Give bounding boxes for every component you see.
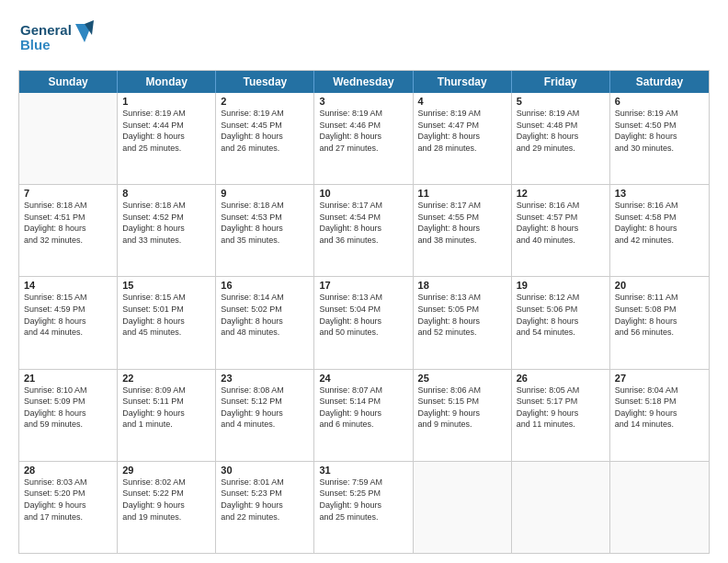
logo: General Blue — [18, 17, 101, 61]
empty-cell — [414, 462, 512, 553]
day-number: 1 — [122, 96, 210, 107]
day-info: Sunrise: 8:07 AM Sunset: 5:14 PM Dayligh… — [319, 385, 407, 431]
calendar-week-5: 28Sunrise: 8:03 AM Sunset: 5:20 PM Dayli… — [19, 462, 709, 553]
day-number: 4 — [418, 96, 506, 107]
calendar-day-5: 5Sunrise: 8:19 AM Sunset: 4:48 PM Daylig… — [512, 93, 610, 184]
day-header-thursday: Thursday — [414, 71, 512, 93]
day-number: 25 — [418, 373, 506, 384]
day-number: 17 — [319, 280, 407, 291]
calendar-day-20: 20Sunrise: 8:11 AM Sunset: 5:08 PM Dayli… — [610, 277, 709, 368]
calendar-day-8: 8Sunrise: 8:18 AM Sunset: 4:52 PM Daylig… — [118, 185, 216, 276]
calendar-day-22: 22Sunrise: 8:09 AM Sunset: 5:11 PM Dayli… — [118, 370, 216, 461]
calendar-day-24: 24Sunrise: 8:07 AM Sunset: 5:14 PM Dayli… — [314, 370, 413, 461]
empty-cell — [19, 93, 118, 184]
day-number: 31 — [319, 465, 407, 476]
day-number: 3 — [319, 96, 407, 107]
day-info: Sunrise: 8:15 AM Sunset: 4:59 PM Dayligh… — [24, 292, 112, 338]
empty-cell — [610, 462, 709, 553]
day-header-friday: Friday — [512, 71, 610, 93]
calendar-day-14: 14Sunrise: 8:15 AM Sunset: 4:59 PM Dayli… — [19, 277, 118, 368]
calendar-day-30: 30Sunrise: 8:01 AM Sunset: 5:23 PM Dayli… — [216, 462, 314, 553]
calendar-day-6: 6Sunrise: 8:19 AM Sunset: 4:50 PM Daylig… — [610, 93, 709, 184]
day-info: Sunrise: 8:17 AM Sunset: 4:54 PM Dayligh… — [319, 200, 407, 246]
calendar-day-10: 10Sunrise: 8:17 AM Sunset: 4:54 PM Dayli… — [314, 185, 413, 276]
day-info: Sunrise: 8:18 AM Sunset: 4:52 PM Dayligh… — [122, 200, 210, 246]
calendar-day-4: 4Sunrise: 8:19 AM Sunset: 4:47 PM Daylig… — [414, 93, 512, 184]
day-info: Sunrise: 8:02 AM Sunset: 5:22 PM Dayligh… — [122, 477, 210, 523]
calendar-week-3: 14Sunrise: 8:15 AM Sunset: 4:59 PM Dayli… — [19, 277, 709, 369]
day-number: 20 — [615, 280, 704, 291]
page-header: General Blue — [18, 17, 710, 61]
day-info: Sunrise: 8:17 AM Sunset: 4:55 PM Dayligh… — [418, 200, 506, 246]
svg-text:General: General — [20, 22, 72, 38]
day-info: Sunrise: 8:10 AM Sunset: 5:09 PM Dayligh… — [24, 385, 112, 431]
day-number: 30 — [221, 465, 309, 476]
day-header-wednesday: Wednesday — [314, 71, 413, 93]
day-number: 29 — [122, 465, 210, 476]
day-info: Sunrise: 8:16 AM Sunset: 4:57 PM Dayligh… — [517, 200, 605, 246]
day-header-saturday: Saturday — [610, 71, 709, 93]
day-info: Sunrise: 8:18 AM Sunset: 4:51 PM Dayligh… — [24, 200, 112, 246]
calendar-day-19: 19Sunrise: 8:12 AM Sunset: 5:06 PM Dayli… — [512, 277, 610, 368]
day-info: Sunrise: 8:06 AM Sunset: 5:15 PM Dayligh… — [418, 385, 506, 431]
day-number: 6 — [615, 96, 704, 107]
calendar-day-25: 25Sunrise: 8:06 AM Sunset: 5:15 PM Dayli… — [414, 370, 512, 461]
day-number: 21 — [24, 373, 112, 384]
day-number: 15 — [122, 280, 210, 291]
day-info: Sunrise: 8:04 AM Sunset: 5:18 PM Dayligh… — [615, 385, 704, 431]
day-number: 23 — [221, 373, 309, 384]
calendar-day-9: 9Sunrise: 8:18 AM Sunset: 4:53 PM Daylig… — [216, 185, 314, 276]
day-info: Sunrise: 8:16 AM Sunset: 4:58 PM Dayligh… — [615, 200, 704, 246]
calendar-week-4: 21Sunrise: 8:10 AM Sunset: 5:09 PM Dayli… — [19, 370, 709, 462]
day-info: Sunrise: 8:19 AM Sunset: 4:47 PM Dayligh… — [418, 108, 506, 154]
day-number: 27 — [615, 373, 704, 384]
day-number: 26 — [517, 373, 605, 384]
day-header-tuesday: Tuesday — [216, 71, 314, 93]
day-number: 2 — [221, 96, 309, 107]
day-number: 19 — [517, 280, 605, 291]
day-number: 7 — [24, 188, 112, 199]
day-info: Sunrise: 8:19 AM Sunset: 4:46 PM Dayligh… — [319, 108, 407, 154]
day-number: 18 — [418, 280, 506, 291]
calendar-day-26: 26Sunrise: 8:05 AM Sunset: 5:17 PM Dayli… — [512, 370, 610, 461]
calendar-day-17: 17Sunrise: 8:13 AM Sunset: 5:04 PM Dayli… — [314, 277, 413, 368]
day-info: Sunrise: 8:13 AM Sunset: 5:05 PM Dayligh… — [418, 292, 506, 338]
logo-icon: General Blue — [18, 17, 101, 57]
calendar-day-13: 13Sunrise: 8:16 AM Sunset: 4:58 PM Dayli… — [610, 185, 709, 276]
calendar-day-29: 29Sunrise: 8:02 AM Sunset: 5:22 PM Dayli… — [118, 462, 216, 553]
day-number: 8 — [122, 188, 210, 199]
calendar-day-12: 12Sunrise: 8:16 AM Sunset: 4:57 PM Dayli… — [512, 185, 610, 276]
day-number: 16 — [221, 280, 309, 291]
day-number: 22 — [122, 373, 210, 384]
calendar-day-21: 21Sunrise: 8:10 AM Sunset: 5:09 PM Dayli… — [19, 370, 118, 461]
day-info: Sunrise: 8:19 AM Sunset: 4:44 PM Dayligh… — [122, 108, 210, 154]
calendar-day-7: 7Sunrise: 8:18 AM Sunset: 4:51 PM Daylig… — [19, 185, 118, 276]
day-info: Sunrise: 8:15 AM Sunset: 5:01 PM Dayligh… — [122, 292, 210, 338]
day-number: 24 — [319, 373, 407, 384]
empty-cell — [512, 462, 610, 553]
day-info: Sunrise: 8:05 AM Sunset: 5:17 PM Dayligh… — [517, 385, 605, 431]
day-info: Sunrise: 8:11 AM Sunset: 5:08 PM Dayligh… — [615, 292, 704, 338]
day-info: Sunrise: 8:03 AM Sunset: 5:20 PM Dayligh… — [24, 477, 112, 523]
day-info: Sunrise: 8:12 AM Sunset: 5:06 PM Dayligh… — [517, 292, 605, 338]
day-number: 5 — [517, 96, 605, 107]
day-info: Sunrise: 8:01 AM Sunset: 5:23 PM Dayligh… — [221, 477, 309, 523]
day-number: 28 — [24, 465, 112, 476]
calendar-day-11: 11Sunrise: 8:17 AM Sunset: 4:55 PM Dayli… — [414, 185, 512, 276]
calendar-week-1: 1Sunrise: 8:19 AM Sunset: 4:44 PM Daylig… — [19, 93, 709, 185]
day-number: 10 — [319, 188, 407, 199]
calendar-day-15: 15Sunrise: 8:15 AM Sunset: 5:01 PM Dayli… — [118, 277, 216, 368]
day-info: Sunrise: 8:19 AM Sunset: 4:50 PM Dayligh… — [615, 108, 704, 154]
day-number: 13 — [615, 188, 704, 199]
day-number: 9 — [221, 188, 309, 199]
calendar-day-27: 27Sunrise: 8:04 AM Sunset: 5:18 PM Dayli… — [610, 370, 709, 461]
calendar-day-1: 1Sunrise: 8:19 AM Sunset: 4:44 PM Daylig… — [118, 93, 216, 184]
day-info: Sunrise: 8:08 AM Sunset: 5:12 PM Dayligh… — [221, 385, 309, 431]
calendar-day-18: 18Sunrise: 8:13 AM Sunset: 5:05 PM Dayli… — [414, 277, 512, 368]
calendar-day-31: 31Sunrise: 7:59 AM Sunset: 5:25 PM Dayli… — [314, 462, 413, 553]
day-header-sunday: Sunday — [19, 71, 118, 93]
calendar-body: 1Sunrise: 8:19 AM Sunset: 4:44 PM Daylig… — [19, 93, 709, 553]
day-info: Sunrise: 8:14 AM Sunset: 5:02 PM Dayligh… — [221, 292, 309, 338]
calendar-day-2: 2Sunrise: 8:19 AM Sunset: 4:45 PM Daylig… — [216, 93, 314, 184]
calendar-week-2: 7Sunrise: 8:18 AM Sunset: 4:51 PM Daylig… — [19, 185, 709, 277]
